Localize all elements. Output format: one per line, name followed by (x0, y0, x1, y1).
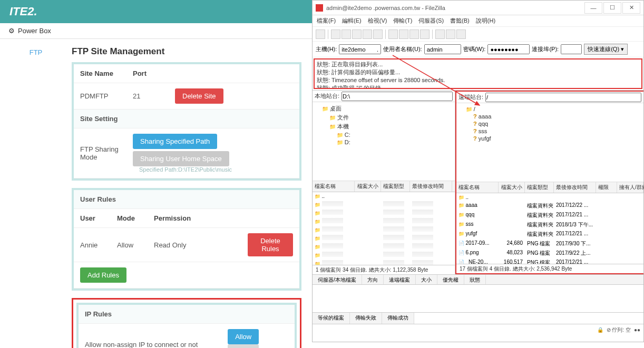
site-row: PDMFTP 21 Delete Site (74, 83, 299, 110)
tree-item[interactable]: qqq (473, 120, 641, 127)
toolbar-icon[interactable] (446, 29, 455, 39)
menu-server[interactable]: 伺服器(S) (418, 17, 444, 25)
delete-rules-button[interactable]: Delete Rules (248, 233, 293, 256)
titlebar: admin@ite2demo .powernas.com.tw - FileZi… (313, 1, 643, 15)
specified-path-note: Specified Path:D:\ITE2\Public\music (133, 166, 293, 173)
local-pane: 本地站台: 桌面 文件 本機 C: D: 檔案名稱 (313, 91, 455, 274)
col-mode: Mode (111, 209, 148, 228)
file-row[interactable]: qqq檔案資料夾2017/12/21 ... (456, 211, 643, 220)
local-file-list[interactable]: .. (313, 192, 455, 265)
toolbar-icon[interactable] (435, 29, 445, 39)
menu-view[interactable]: 檢視(V) (368, 17, 387, 25)
tree-item[interactable]: yufgf (473, 135, 641, 142)
queue-tabs: 等候的檔案 傳輸失敗 傳輸成功 (313, 312, 643, 324)
tree-item[interactable]: / (466, 105, 641, 113)
allow-button[interactable]: Allow (228, 329, 259, 344)
user-rules-title: User Rules (74, 190, 299, 209)
toolbar (313, 27, 643, 42)
tree-item[interactable]: C: (337, 131, 453, 138)
password-input[interactable] (487, 44, 530, 54)
toolbar-icon[interactable] (399, 29, 408, 39)
toolbar-icon[interactable] (456, 29, 466, 39)
remote-label: 遠端站台: (456, 93, 485, 101)
sidebar-item-ftp[interactable]: FTP (0, 48, 72, 56)
menu-help[interactable]: 說明(H) (476, 17, 495, 25)
username-input[interactable] (424, 44, 461, 54)
deny-button[interactable]: Deny (228, 344, 258, 348)
tab-failed[interactable]: 傳輸失敗 (350, 313, 382, 324)
tree-item[interactable]: 本機 (329, 122, 453, 131)
sharing-homespace-button[interactable]: Sharing User Home Space (133, 151, 229, 166)
rule-permission: Read Only (148, 228, 241, 262)
menu-transfer[interactable]: 傳輸(T) (393, 17, 412, 25)
brand-logo: ITE2. (9, 5, 37, 18)
breadcrumb-label: Power Box (18, 27, 51, 35)
user-rule-row: Annie Allow Read Only Delete Rules (74, 228, 299, 262)
toolbar-icon[interactable] (352, 29, 362, 39)
file-panes: 本地站台: 桌面 文件 本機 C: D: 檔案名稱 (313, 90, 643, 274)
toolbar-icon[interactable] (331, 29, 340, 39)
queue-status: ⊘ 佇列: 空 (607, 326, 631, 334)
site-panel: Site Name Port PDMFTP 21 Delete Site Sit… (72, 62, 301, 181)
remote-path-input[interactable] (485, 93, 641, 102)
quickconnect-bar: 主機(H): 使用者名稱(U): 密碼(W): 連接埠(P): 快速連線(Q) … (313, 42, 643, 57)
sharing-specified-button[interactable]: Sharing Specified Path (133, 134, 217, 149)
queue-area (313, 285, 643, 312)
col-user: User (74, 209, 111, 228)
file-row[interactable]: yufgf檔案資料夾2017/12/21 ... (456, 230, 643, 239)
port-input[interactable] (561, 44, 582, 54)
local-tree[interactable]: 桌面 文件 本機 C: D: (313, 102, 455, 181)
remote-file-list[interactable]: .. aaaa檔案資料夾2017/12/22 ...qqq檔案資料夾2017/1… (456, 193, 643, 264)
user-rules-panel: User Rules User Mode Permission Annie Al… (72, 188, 301, 291)
toolbar-icon[interactable] (409, 29, 419, 39)
menu-file[interactable]: 檔案(F) (317, 17, 336, 25)
tab-success[interactable]: 傳輸成功 (382, 313, 414, 324)
brand-bar: ITE2. (0, 0, 312, 23)
minimize-button[interactable]: — (584, 2, 602, 14)
site-name: PDMFTP (74, 83, 126, 110)
add-user-rules-button[interactable]: Add Rules (80, 267, 126, 283)
tree-item[interactable]: 文件 (329, 113, 453, 122)
tree-item[interactable]: D: (337, 138, 453, 146)
status-dots: ●● (634, 327, 640, 333)
toolbar-icon[interactable] (388, 29, 398, 39)
file-row[interactable]: sss檔案資料夾2018/1/3 下午... (456, 220, 643, 230)
breadcrumb[interactable]: ⚙ Power Box (0, 23, 312, 39)
log-line: 狀態: 正在取得目錄列表... (317, 61, 639, 68)
window-title: admin@ite2demo .powernas.com.tw - FileZi… (326, 5, 584, 11)
tab-queued[interactable]: 等候的檔案 (313, 313, 350, 324)
remote-pane: 遠端站台: / aaaa qqq sss yufgf 檔案名稱 檔案大小 檔案類… (455, 91, 643, 274)
rule-user: Annie (74, 228, 111, 262)
toolbar-icon[interactable] (316, 29, 325, 39)
tree-item[interactable]: sss (473, 127, 641, 135)
content-area: FTP Site Management Site Name Port PDMFT… (72, 39, 312, 348)
file-row[interactable]: _NE-20...160,517PNG 檔案2017/12/21 ... (456, 258, 643, 264)
quickconnect-button[interactable]: 快速連線(Q) ▾ (584, 44, 628, 55)
host-label: 主機(H): (316, 45, 337, 53)
toolbar-icon[interactable] (341, 29, 351, 39)
remote-tree[interactable]: / aaaa qqq sss yufgf (456, 103, 643, 182)
site-setting-header: Site Setting (74, 110, 299, 128)
queue-header: 伺服器/本地檔案 方向 遠端檔案 大小 優先權 狀態 (313, 274, 643, 285)
rule-mode: Allow (111, 228, 148, 262)
local-path-input[interactable] (341, 92, 453, 101)
local-status: 1 個檔案與 34 個目錄. 總共大小: 1,122,358 Byte (313, 265, 455, 274)
host-input[interactable] (339, 44, 381, 54)
toolbar-icon[interactable] (373, 29, 383, 39)
close-button[interactable]: ✕ (622, 2, 640, 14)
allow-nonassign-label: Allow non-assign IP to connect or not (79, 324, 221, 349)
tree-item[interactable]: aaaa (473, 113, 641, 120)
delete-site-button[interactable]: Delete Site (175, 88, 223, 104)
file-row[interactable]: aaaa檔案資料夾2017/12/22 ... (456, 201, 643, 211)
tree-item[interactable]: 桌面 (322, 104, 453, 113)
local-list-header: 檔案名稱 檔案大小 檔案類型 最後修改時間 (313, 181, 455, 192)
menu-bookmarks[interactable]: 書籤(B) (450, 17, 470, 25)
maximize-button[interactable]: ☐ (603, 2, 621, 14)
file-row[interactable]: 2017-09...24,680PNG 檔案2017/9/30 下... (456, 239, 643, 248)
file-row[interactable]: 6.png48,023PNG 檔案2017/9/22 上... (456, 248, 643, 258)
toolbar-icon[interactable] (420, 29, 430, 39)
col-permission: Permission (148, 209, 241, 228)
toolbar-icon[interactable] (363, 29, 372, 39)
app-icon (316, 4, 323, 12)
menu-edit[interactable]: 編輯(E) (342, 17, 362, 25)
